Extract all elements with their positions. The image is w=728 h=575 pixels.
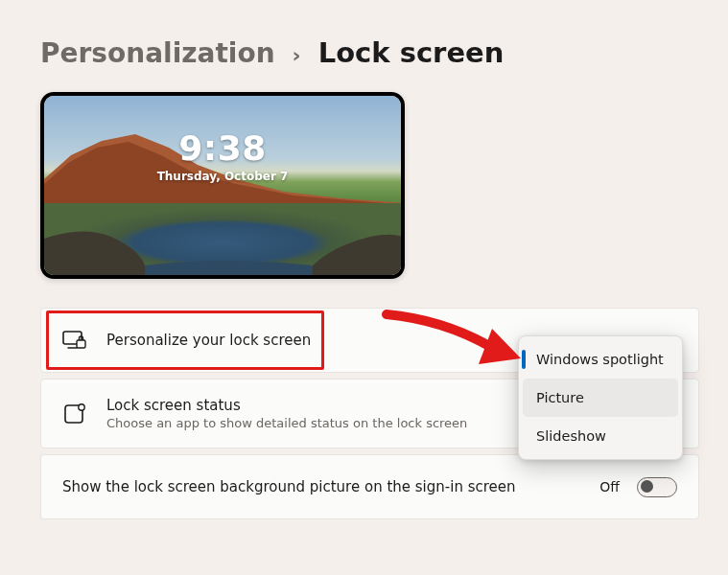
- svg-rect-2: [77, 340, 85, 348]
- dropdown-item-windows-spotlight[interactable]: Windows spotlight: [523, 340, 678, 379]
- toggle-state-label: Off: [599, 479, 620, 494]
- signin-bg-title: Show the lock screen background picture …: [62, 478, 599, 495]
- lock-screen-preview-image: 9:38 Thursday, October 7: [40, 92, 405, 279]
- preview-rocks: [44, 218, 405, 275]
- dropdown-item-picture[interactable]: Picture: [523, 379, 678, 417]
- breadcrumb: Personalization › Lock screen: [40, 36, 705, 69]
- monitor-lock-icon: [62, 328, 87, 353]
- breadcrumb-parent[interactable]: Personalization: [40, 37, 275, 69]
- signin-background-row: Show the lock screen background picture …: [40, 454, 699, 519]
- signin-bg-toggle[interactable]: [637, 477, 677, 497]
- lock-screen-type-dropdown[interactable]: Windows spotlight Picture Slideshow: [518, 335, 683, 460]
- app-badge-icon: [62, 402, 87, 426]
- chevron-right-icon: ›: [293, 43, 301, 67]
- breadcrumb-current: Lock screen: [318, 36, 505, 69]
- lock-screen-preview: 9:38 Thursday, October 7: [40, 92, 705, 279]
- toggle-knob: [641, 480, 653, 493]
- preview-clock: 9:38 Thursday, October 7: [44, 128, 401, 183]
- dropdown-item-slideshow[interactable]: Slideshow: [523, 417, 678, 455]
- svg-point-4: [79, 403, 84, 409]
- preview-date: Thursday, October 7: [44, 170, 401, 183]
- preview-time: 9:38: [44, 128, 401, 168]
